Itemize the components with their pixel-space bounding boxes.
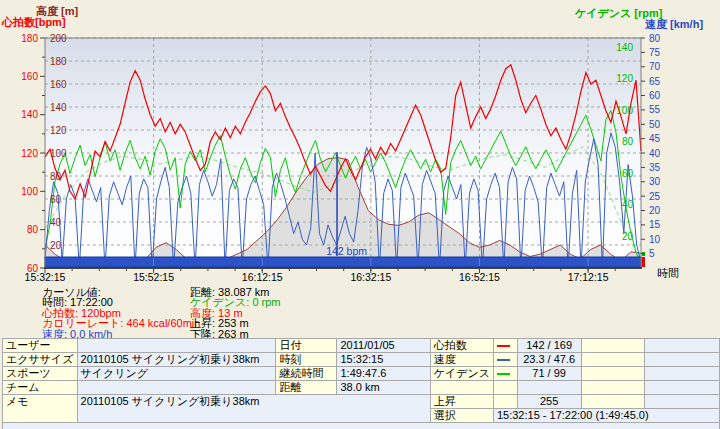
hr-legend-cell: [493, 339, 517, 353]
cursor-values-right: 距離: 38.087 km ケイデンス: 0 rpm 高度: 13 m 上昇: …: [190, 287, 281, 339]
cadence-legend-dash: [497, 373, 510, 375]
empty-label-cell: [430, 381, 493, 395]
svg-text:15:32:15: 15:32:15: [25, 271, 66, 283]
svg-text:20: 20: [622, 231, 634, 242]
svg-text:40: 40: [649, 148, 661, 159]
svg-text:5: 5: [649, 248, 655, 259]
ascent-label-cell: 上昇: [430, 395, 493, 409]
team-value-cell: [77, 381, 276, 395]
memo-label-cell: メモ: [3, 395, 78, 423]
exercise-label-cell: エクササイズ: [3, 353, 78, 367]
empty-bottom-row: [3, 423, 720, 429]
svg-text:40: 40: [50, 217, 62, 228]
speed-value-cell: 23.3 / 47.6: [517, 353, 581, 367]
svg-text:65: 65: [649, 76, 661, 87]
team-label-cell: チーム: [3, 381, 78, 395]
svg-text:140: 140: [21, 109, 38, 120]
hr-label-cell: 心拍数: [430, 339, 493, 353]
speed-axis-labels: 8075706560555045403530252015105: [649, 33, 661, 260]
user-label-cell: ユーザー: [3, 339, 78, 353]
svg-text:120: 120: [616, 73, 633, 84]
empty-label-cell: [581, 367, 644, 381]
speed-legend-dash: [497, 359, 510, 361]
empty-label-cell: [581, 395, 644, 409]
cadence-value-cell: 71 / 99: [517, 367, 581, 381]
table-row: メモ 20110105 サイクリング初乗り38km 上昇 255: [3, 395, 720, 409]
speed-label-cell: 速度: [430, 353, 493, 367]
cadence-label-cell: ケイデンス: [430, 367, 493, 381]
svg-text:25: 25: [649, 191, 661, 202]
distance-value-cell: 38.0 km: [337, 381, 430, 395]
table-row: [3, 423, 720, 429]
cursor-hr-annotation: 142 bpm: [326, 245, 367, 257]
hr-value-cell: 142 / 169: [517, 339, 581, 353]
sport-label-cell: スポーツ: [3, 367, 78, 381]
svg-text:35: 35: [649, 162, 661, 173]
table-row: ユーザー 日付 2011/01/05 心拍数 142 / 169: [3, 339, 720, 353]
svg-text:55: 55: [649, 104, 661, 115]
empty-value-cell: [644, 395, 719, 409]
memo-value-cell: 20110105 サイクリング初乗り38km: [77, 395, 430, 423]
svg-text:16:12:15: 16:12:15: [242, 271, 283, 283]
svg-text:75: 75: [649, 47, 661, 58]
empty-legend-cell: [493, 395, 517, 409]
svg-text:15:52:15: 15:52:15: [133, 271, 174, 283]
svg-text:80: 80: [27, 224, 39, 235]
empty-value-cell: [644, 367, 719, 381]
time-axis-title: 時間: [657, 266, 679, 281]
sport-value-cell: サイクリング: [77, 367, 276, 381]
heart_rate-axis-labels: 1801601401201008060: [21, 33, 38, 274]
svg-text:20: 20: [649, 205, 661, 216]
svg-text:10: 10: [649, 234, 661, 245]
svg-text:70: 70: [649, 61, 661, 72]
svg-text:80: 80: [649, 33, 661, 44]
cursor-calorie-rate: カロリーレート: 464 kcal/60min: [42, 318, 200, 328]
svg-text:180: 180: [21, 33, 38, 44]
empty-label-cell: [581, 381, 644, 395]
svg-text:17:12:15: 17:12:15: [568, 271, 609, 283]
svg-text:15: 15: [649, 219, 661, 230]
date-label-cell: 日付: [276, 339, 337, 353]
date-value-cell: 2011/01/05: [337, 339, 430, 353]
svg-text:140: 140: [616, 42, 633, 53]
svg-text:80: 80: [622, 136, 634, 147]
protrainer-exercise-view: 142 bpm180160140120100806020018016014012…: [0, 0, 720, 429]
empty-value-cell: [517, 381, 581, 395]
exercise-value-cell: 20110105 サイクリング初乗り38km: [77, 353, 276, 367]
table-row: チーム 距離 38.0 km: [3, 381, 720, 395]
time-axis-labels: 15:32:1515:52:1516:12:1516:32:1516:52:15…: [25, 271, 609, 283]
empty-label-cell: [581, 353, 644, 367]
svg-text:120: 120: [50, 125, 67, 136]
exercise-graph[interactable]: 142 bpm180160140120100806020018016014012…: [0, 0, 720, 284]
svg-text:20: 20: [50, 240, 62, 251]
selection-label-cell: 選択: [430, 409, 493, 423]
svg-text:50: 50: [649, 119, 661, 130]
cursor-ascent: 上昇: 253 m: [190, 318, 281, 328]
heart-rate-axis-title: 心拍数[bpm]: [2, 15, 66, 30]
svg-text:140: 140: [50, 102, 67, 113]
table-row: スポーツ サイクリング 継続時間 1:49:47.6 ケイデンス 71 / 99: [3, 367, 720, 381]
svg-text:60: 60: [649, 90, 661, 101]
duration-label-cell: 継続時間: [276, 367, 337, 381]
cadence-legend-cell: [493, 367, 517, 381]
speed-axis-title: 速度 [km/h]: [645, 17, 703, 32]
heart-rate-legend-dash: [497, 345, 510, 347]
svg-text:80: 80: [50, 171, 62, 182]
svg-text:45: 45: [649, 133, 661, 144]
svg-text:30: 30: [649, 176, 661, 187]
svg-text:120: 120: [21, 148, 38, 159]
svg-text:60: 60: [50, 194, 62, 205]
svg-text:16:32:15: 16:32:15: [350, 271, 391, 283]
empty-label-cell: [581, 339, 644, 353]
svg-text:40: 40: [622, 199, 634, 210]
selection-end-marker-red: [642, 257, 645, 267]
time-value-cell: 15:32:15: [337, 353, 430, 367]
distance-label-cell: 距離: [276, 381, 337, 395]
svg-text:180: 180: [50, 56, 67, 67]
svg-text:100: 100: [21, 186, 38, 197]
time-label-cell: 時刻: [276, 353, 337, 367]
selection-value-cell: 15:32:15 - 17:22:00 (1:49:45.0): [493, 409, 719, 423]
cursor-values-left: カーソル値: 時間: 17:22:00 心拍数: 120bpm カロリーレート:…: [42, 287, 200, 339]
empty-value-cell: [644, 353, 719, 367]
svg-text:60: 60: [622, 168, 634, 179]
